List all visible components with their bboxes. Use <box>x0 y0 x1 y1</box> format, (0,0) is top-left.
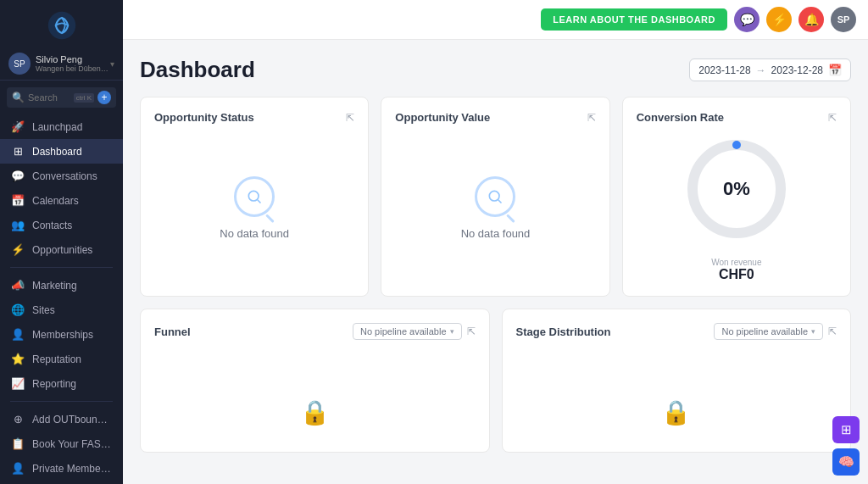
lock-container: 🔒 <box>516 350 837 438</box>
card-header: Conversion Rate ⇱ <box>637 111 837 124</box>
date-to: 2023-12-28 <box>771 64 823 76</box>
card-title: Conversion Rate <box>637 111 724 124</box>
add-button[interactable]: + <box>97 91 111 104</box>
user-avatar-button[interactable]: SP <box>831 7 856 32</box>
chevron-down-icon: ▾ <box>110 59 114 69</box>
expand-icon[interactable]: ⇱ <box>828 112 837 124</box>
reputation-icon: ⭐ <box>10 353 25 365</box>
sidebar-item-launchpad[interactable]: 🚀 Launchpad <box>0 114 123 139</box>
card-header: Opportunity Value ⇱ <box>395 111 595 124</box>
launchpad-icon: 🚀 <box>10 120 25 133</box>
sidebar-item-private-members[interactable]: 👤 Private Members Area <box>0 456 123 481</box>
pipeline-placeholder: No pipeline available <box>721 326 808 337</box>
sidebar-item-sites[interactable]: 🌐 Sites <box>0 298 123 322</box>
card-body: No data found <box>395 134 595 282</box>
expand-icon[interactable]: ⇱ <box>346 112 354 124</box>
logo-icon <box>47 10 77 41</box>
date-from: 2023-11-28 <box>698 64 750 76</box>
sidebar-item-memberships[interactable]: 👤 Memberships <box>0 322 123 347</box>
card-header: Stage Distribution No pipeline available… <box>516 323 837 340</box>
chevron-down-icon: ▾ <box>811 327 815 336</box>
card-title: Opportunity Value <box>395 111 490 124</box>
content-header: Dashboard 2023-11-28 → 2023-12-28 📅 <box>140 57 851 83</box>
avatar: SP <box>8 53 31 75</box>
sidebar-item-label: Launchpad <box>32 121 82 133</box>
sidebar-item-reputation[interactable]: ⭐ Reputation <box>0 347 123 371</box>
sidebar-item-dashboard[interactable]: ⊞ Dashboard <box>0 139 123 164</box>
user-location: Wangen bei Dübend... <box>36 64 110 73</box>
search-input[interactable] <box>28 92 70 103</box>
opportunity-value-card: Opportunity Value ⇱ No data found <box>381 97 609 297</box>
svg-line-2 <box>258 200 261 203</box>
sidebar-item-reporting[interactable]: 📈 Reporting <box>0 371 123 396</box>
grid-icon-button[interactable]: ⊞ <box>832 416 860 443</box>
sidebar-nav: 🚀 Launchpad ⊞ Dashboard 💬 Conversations … <box>0 111 123 484</box>
no-data-text: No data found <box>461 227 531 240</box>
search-bar[interactable]: 🔍 ctrl K + <box>7 87 116 108</box>
sidebar-item-label: Reporting <box>32 378 76 390</box>
svg-point-3 <box>490 191 500 201</box>
lock-icon: 🔒 <box>661 398 691 426</box>
card-title: Funnel <box>154 325 191 338</box>
bell-icon-button[interactable]: 🔔 <box>798 7 824 32</box>
sidebar-item-label: Reputation <box>32 353 81 365</box>
calendars-icon: 📅 <box>10 194 25 207</box>
user-name: Silvio Peng <box>36 54 110 64</box>
funnel-pipeline-select[interactable]: No pipeline available ▾ <box>353 323 462 340</box>
sidebar-item-conversations[interactable]: 💬 Conversations <box>0 164 123 188</box>
donut-chart: 0% <box>682 134 792 244</box>
no-data-icon <box>475 176 515 217</box>
topbar: LEARN ABOUT THE DASHBOARD 💬 ⚡ 🔔 SP <box>123 0 868 40</box>
opportunities-icon: ⚡ <box>10 243 25 256</box>
floating-icons: ⊞ 🧠 <box>832 416 860 476</box>
chat-icon: 💬 <box>740 13 754 26</box>
sidebar-item-label: Private Members Area <box>32 463 113 475</box>
date-range-arrow-icon: → <box>756 64 766 76</box>
sidebar-item-label: Marketing <box>32 280 77 292</box>
no-data-icon <box>234 176 275 217</box>
chevron-down-icon: ▾ <box>450 327 454 336</box>
pipeline-placeholder: No pipeline available <box>360 326 447 337</box>
sidebar-item-contacts[interactable]: 👥 Contacts <box>0 213 123 237</box>
no-data-text: No data found <box>220 227 289 240</box>
lock-icon: 🔒 <box>300 398 330 426</box>
funnel-card: Funnel No pipeline available ▾ ⇱ 🔒 <box>140 309 490 453</box>
cards-row-2: Funnel No pipeline available ▾ ⇱ 🔒 <box>140 309 851 453</box>
chat-icon-button[interactable]: 💬 <box>734 7 760 32</box>
conversations-icon: 💬 <box>10 170 25 182</box>
brain-icon-button[interactable]: 🧠 <box>832 448 860 476</box>
card-body: No data found <box>154 134 354 282</box>
sidebar-item-help-library[interactable]: ❓ Help Library <box>0 481 123 484</box>
sidebar-item-opportunities[interactable]: ⚡ Opportunities <box>0 237 123 262</box>
stage-pipeline-select[interactable]: No pipeline available ▾ <box>714 323 823 340</box>
sidebar-item-label: Calendars <box>32 195 79 207</box>
expand-icon[interactable]: ⇱ <box>828 325 837 337</box>
svg-point-1 <box>248 191 259 201</box>
learn-dashboard-button[interactable]: LEARN ABOUT THE DASHBOARD <box>541 8 727 31</box>
sidebar-item-book-fast-start[interactable]: 📋 Book Your FAST START ... <box>0 431 123 456</box>
expand-icon[interactable]: ⇱ <box>587 112 596 124</box>
won-revenue-label: Won revenue <box>711 258 761 267</box>
sidebar-item-label: Memberships <box>32 329 93 341</box>
stage-distribution-card: Stage Distribution No pipeline available… <box>502 309 852 453</box>
sidebar-item-label: Dashboard <box>32 146 82 158</box>
page-title: Dashboard <box>140 57 255 83</box>
sidebar-item-calendars[interactable]: 📅 Calendars <box>0 188 123 213</box>
card-title: Opportunity Status <box>154 111 254 124</box>
svg-point-6 <box>732 141 741 149</box>
main-content: LEARN ABOUT THE DASHBOARD 💬 ⚡ 🔔 SP Dashb… <box>123 0 868 484</box>
svg-point-0 <box>47 12 75 39</box>
expand-icon[interactable]: ⇱ <box>467 325 476 337</box>
user-profile[interactable]: SP Silvio Peng Wangen bei Dübend... ▾ <box>0 47 123 81</box>
cards-row-1: Opportunity Status ⇱ No data found <box>140 97 851 297</box>
sidebar-item-add-outbound[interactable]: ⊕ Add OUTbound Marketin... <box>0 407 123 431</box>
date-range-picker[interactable]: 2023-11-28 → 2023-12-28 📅 <box>689 58 851 81</box>
book-fast-start-icon: 📋 <box>10 437 25 450</box>
divider <box>10 401 113 402</box>
search-circle-icon <box>487 188 504 205</box>
svg-line-4 <box>498 200 502 203</box>
search-shortcut: ctrl K <box>74 93 94 103</box>
sidebar-item-label: Conversations <box>32 170 97 182</box>
sidebar-item-marketing[interactable]: 📣 Marketing <box>0 273 123 298</box>
lightning-icon-button[interactable]: ⚡ <box>766 7 792 32</box>
